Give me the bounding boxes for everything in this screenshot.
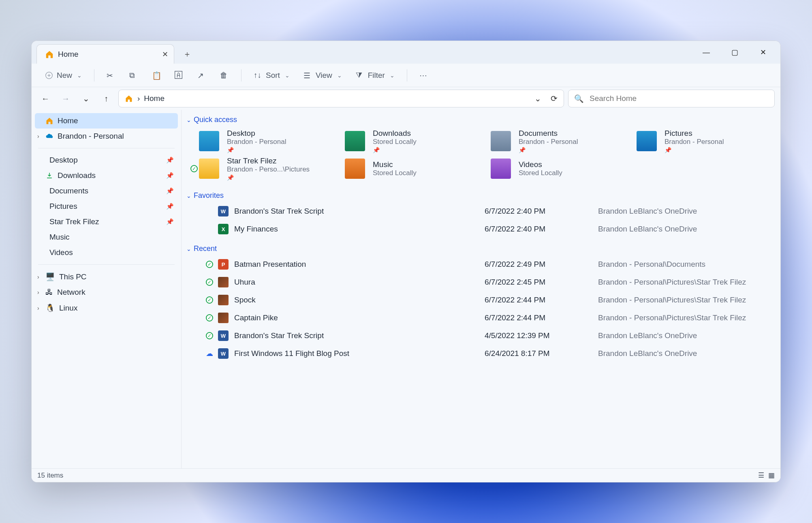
- quick-access-videos[interactable]: Videos Stored Locally: [489, 156, 626, 181]
- folder-subtitle: Stored Locally: [519, 169, 562, 177]
- recent-locations-button[interactable]: ⌄: [78, 90, 94, 107]
- tiles-view-button[interactable]: ▦: [768, 471, 775, 480]
- image-thumb-icon: [218, 295, 229, 305]
- file-row[interactable]: ☁W First Windows 11 Flight Blog Post 6/2…: [187, 345, 772, 362]
- sidebar-item-label: Desktop: [49, 156, 78, 165]
- file-row[interactable]: ✓ Spock 6/7/2022 2:44 PM Brandon - Perso…: [187, 291, 772, 309]
- file-location: Brandon LeBlanc's OneDrive: [598, 225, 772, 234]
- forward-button[interactable]: →: [58, 90, 74, 107]
- quick-access-star-trek-filez[interactable]: ✓ Star Trek Filez Brandon - Perso...\Pic…: [197, 156, 335, 181]
- recent-title: Recent: [194, 244, 217, 253]
- navigation-pane: Home›Brandon - Personal Desktop📌Download…: [32, 110, 182, 468]
- minimize-button[interactable]: —: [692, 43, 720, 62]
- close-window-button[interactable]: ✕: [749, 43, 777, 62]
- sidebar-item-label: Linux: [59, 304, 77, 313]
- quick-access-section: ⌄ Quick access Desktop Brandon - Persona…: [185, 113, 772, 185]
- quick-access-title: Quick access: [194, 116, 237, 124]
- share-button[interactable]: ↗: [192, 69, 212, 82]
- back-button[interactable]: ←: [37, 90, 53, 107]
- layout-icon: ☰: [303, 71, 312, 80]
- tab-home[interactable]: Home ✕: [36, 44, 174, 64]
- quick-access-music[interactable]: Music Stored Locally: [343, 156, 481, 181]
- folder-title: Documents: [519, 129, 578, 138]
- quick-access-desktop[interactable]: Desktop Brandon - Personal 📌: [197, 129, 335, 153]
- delete-button[interactable]: 🗑: [214, 69, 235, 82]
- quick-access-downloads[interactable]: Downloads Stored Locally 📌: [343, 129, 481, 153]
- new-tab-button[interactable]: ＋: [177, 44, 197, 64]
- tab-title: Home: [58, 50, 79, 59]
- chevron-right-icon[interactable]: ›: [37, 305, 39, 311]
- cut-button[interactable]: ✂: [101, 69, 121, 82]
- folder-subtitle: Brandon - Personal: [519, 138, 578, 146]
- file-row[interactable]: ✓W Brandon's Star Trek Script 4/5/2022 1…: [187, 327, 772, 345]
- sidebar-item-documents[interactable]: Documents📌: [35, 183, 178, 199]
- history-dropdown-button[interactable]: ⌄: [531, 90, 544, 107]
- folder-subtitle: Brandon - Personal: [665, 138, 724, 146]
- close-tab-button[interactable]: ✕: [162, 50, 168, 59]
- file-date: 6/7/2022 2:40 PM: [485, 225, 598, 234]
- search-input[interactable]: [590, 94, 769, 103]
- search-box[interactable]: 🔍: [568, 90, 775, 107]
- sidebar-item-brandon-personal[interactable]: ›Brandon - Personal: [35, 129, 178, 144]
- address-bar[interactable]: › Home ⌄ ⟳: [118, 90, 564, 107]
- filter-label: Filter: [368, 71, 385, 80]
- folder-title: Music: [373, 160, 417, 169]
- pin-icon: 📌: [373, 147, 417, 153]
- sidebar-item-home[interactable]: Home: [35, 113, 178, 129]
- view-button[interactable]: ☰ View ⌄: [298, 69, 348, 82]
- copy-button[interactable]: ⧉: [124, 69, 144, 82]
- quick-access-documents[interactable]: Documents Brandon - Personal 📌: [489, 129, 626, 153]
- sidebar-item-music[interactable]: Music: [35, 229, 178, 245]
- sort-label: Sort: [266, 71, 280, 80]
- maximize-button[interactable]: ▢: [720, 43, 749, 62]
- sidebar-item-linux[interactable]: ›🐧Linux: [35, 300, 178, 316]
- favorites-header[interactable]: ⌄ Favorites: [185, 189, 772, 202]
- file-location: Brandon LeBlanc's OneDrive: [598, 349, 772, 358]
- sidebar-item-star-trek-filez[interactable]: Star Trek Filez📌: [35, 214, 178, 229]
- file-name: Uhura: [230, 278, 485, 287]
- filter-button[interactable]: ⧩ Filter ⌄: [350, 69, 400, 82]
- download-icon: [45, 171, 53, 180]
- sidebar-item-label: Videos: [49, 248, 73, 257]
- sidebar-item-network[interactable]: ›🖧Network: [35, 285, 178, 300]
- folder-subtitle: Brandon - Personal: [227, 138, 286, 146]
- file-location: Brandon LeBlanc's OneDrive: [598, 331, 772, 340]
- image-thumb-icon: [218, 277, 229, 287]
- file-row[interactable]: W Brandon's Star Trek Script 6/7/2022 2:…: [187, 202, 772, 220]
- more-button[interactable]: ⋯: [414, 69, 434, 82]
- file-date: 6/24/2021 8:17 PM: [485, 349, 598, 358]
- file-row[interactable]: X My Finances 6/7/2022 2:40 PM Brandon L…: [187, 220, 772, 238]
- chevron-right-icon[interactable]: ›: [37, 133, 39, 139]
- sidebar-item-desktop[interactable]: Desktop📌: [35, 152, 178, 168]
- sidebar-item-downloads[interactable]: Downloads📌: [35, 168, 178, 183]
- cloud-icon: ☁: [206, 350, 213, 357]
- folder-title: Desktop: [227, 129, 286, 138]
- file-row[interactable]: ✓P Batman Presentation 6/7/2022 2:49 PM …: [187, 255, 772, 273]
- file-row[interactable]: ✓ Captain Pike 6/7/2022 2:44 PM Brandon …: [187, 309, 772, 327]
- nav-bar: ← → ⌄ ↑ › Home ⌄ ⟳ 🔍: [32, 87, 780, 110]
- file-location: Brandon LeBlanc's OneDrive: [598, 207, 772, 216]
- recent-header[interactable]: ⌄ Recent: [185, 242, 772, 255]
- chevron-right-icon[interactable]: ›: [37, 289, 39, 296]
- sidebar-item-this-pc[interactable]: ›🖥️This PC: [35, 269, 178, 285]
- rename-button[interactable]: 🄰: [169, 69, 189, 82]
- sidebar-item-videos[interactable]: Videos: [35, 245, 178, 260]
- quick-access-pictures[interactable]: Pictures Brandon - Personal 📌: [635, 129, 772, 153]
- quick-access-header[interactable]: ⌄ Quick access: [185, 113, 772, 126]
- folder-title: Videos: [519, 160, 562, 169]
- new-button[interactable]: New ⌄: [39, 69, 88, 82]
- file-row[interactable]: ✓ Uhura 6/7/2022 2:45 PM Brandon - Perso…: [187, 273, 772, 291]
- pin-icon: 📌: [166, 172, 174, 179]
- home-icon: [45, 50, 54, 59]
- synced-check-icon: ✓: [206, 261, 213, 268]
- file-name: Brandon's Star Trek Script: [230, 331, 485, 340]
- file-name: Batman Presentation: [230, 260, 485, 269]
- sidebar-item-label: Downloads: [58, 171, 96, 180]
- refresh-button[interactable]: ⟳: [547, 90, 560, 107]
- details-view-button[interactable]: ☰: [758, 471, 764, 480]
- sidebar-item-pictures[interactable]: Pictures📌: [35, 199, 178, 214]
- sort-button[interactable]: ↑↓ Sort ⌄: [248, 69, 295, 82]
- paste-button[interactable]: 📋: [146, 69, 167, 82]
- chevron-right-icon[interactable]: ›: [37, 274, 39, 280]
- up-button[interactable]: ↑: [98, 90, 114, 107]
